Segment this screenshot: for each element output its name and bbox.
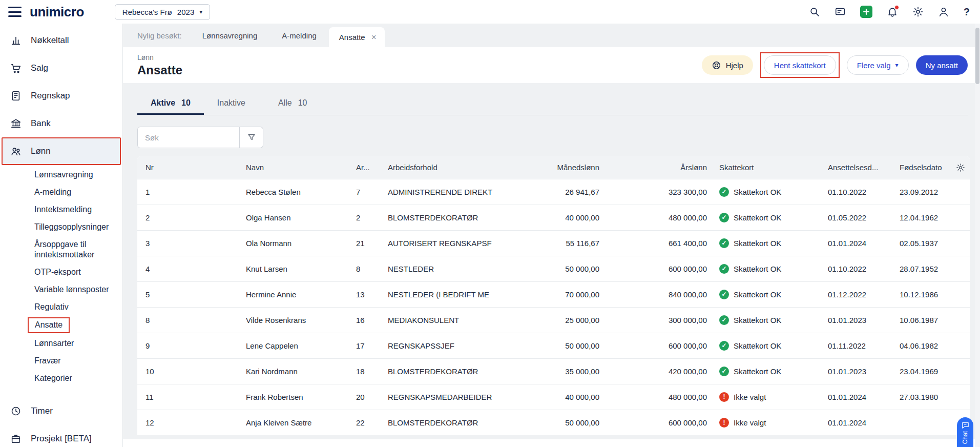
col-arslonn[interactable]: Årslønn xyxy=(606,156,713,179)
cell-arslonn: 323 300,00 xyxy=(606,179,713,205)
sidebar-item-label: Salg xyxy=(31,63,48,73)
clock-icon xyxy=(10,405,22,417)
tab-inaktive[interactable]: Inaktive xyxy=(204,93,265,115)
horizontal-scrollbar-area[interactable] xyxy=(123,439,975,447)
scrollbar-thumb[interactable] xyxy=(975,28,979,84)
sidebar-subitem-variable-lonnsposter[interactable]: Variable lønnsposter xyxy=(0,281,122,298)
table-row[interactable]: 8 Vilde Rosenkrans 16 MEDIAKONSULENT 25 … xyxy=(137,307,970,333)
sidebar-item-timer[interactable]: Timer xyxy=(0,397,122,425)
table-row[interactable]: 10 Kari Nordmann 18 BLOMSTERDEKORATØR 35… xyxy=(137,358,970,384)
sidebar-item-prosjekt[interactable]: Prosjekt [BETA] xyxy=(0,425,122,447)
table-settings-gear-icon[interactable] xyxy=(950,156,970,179)
sidebar-subitem-fravaer[interactable]: Fravær xyxy=(0,352,122,370)
col-ansettelsesdato[interactable]: Ansettelsesd... xyxy=(822,156,893,179)
close-icon[interactable]: × xyxy=(371,32,377,43)
search-icon[interactable] xyxy=(809,6,820,17)
cell-arslonn: 600 000,00 xyxy=(606,410,713,435)
table-row[interactable]: 4 Knut Larsen 8 NESTLEDER 50 000,00 600 … xyxy=(137,256,970,281)
chat-widget[interactable]: Chat xyxy=(957,417,973,447)
display-icon[interactable] xyxy=(835,6,846,17)
cell-ar: 8 xyxy=(350,256,382,281)
recent-tabs-strip: Nylig besøkt: Lønnsavregning A-melding A… xyxy=(123,24,980,47)
recent-tab-lonnsavregning[interactable]: Lønnsavregning xyxy=(190,24,270,47)
search-row xyxy=(137,127,968,148)
cell-skattekort: Ikke valgt xyxy=(713,410,822,435)
cell-ar: 2 xyxy=(350,205,382,230)
tab-alle[interactable]: Alle 10 xyxy=(265,93,320,115)
people-icon xyxy=(10,146,22,157)
cell-manedslonn: 70 000,00 xyxy=(511,281,606,307)
user-icon[interactable] xyxy=(938,6,949,17)
table-row[interactable]: 9 Lene Cappelen 17 REGNSKAPSSJEF 50 000,… xyxy=(137,333,970,358)
help-question-icon[interactable]: ? xyxy=(964,6,970,18)
menu-icon[interactable] xyxy=(8,7,22,17)
recent-tab-a-melding[interactable]: A-melding xyxy=(269,24,329,47)
col-skattekort[interactable]: Skattekort xyxy=(713,156,822,179)
chat-icon xyxy=(961,421,970,430)
cell-ansettelsesdato: 01.01.2024 xyxy=(822,410,893,435)
ledger-icon xyxy=(10,90,22,101)
cell-ar: 13 xyxy=(350,281,382,307)
cell-arbeidsforhold: REGNSKAPSSJEF xyxy=(382,333,511,358)
flere-valg-button[interactable]: Flere valg ▾ xyxy=(847,55,909,75)
status-label: Skattekort OK xyxy=(734,213,781,222)
cell-arbeidsforhold: BLOMSTERDEKORATØR xyxy=(382,358,511,384)
cell-nr: 11 xyxy=(137,384,240,410)
add-icon[interactable] xyxy=(860,6,872,18)
hent-skattekort-button[interactable]: Hent skattekort xyxy=(764,55,836,75)
col-nr[interactable]: Nr xyxy=(137,156,240,179)
cell-actions xyxy=(950,384,970,410)
cell-skattekort: Skattekort OK xyxy=(713,205,822,230)
table-row[interactable]: 12 Anja Kleiven Sætre 22 BLOMSTERDEKORAT… xyxy=(137,410,970,435)
sidebar-subitem-arsoppgave[interactable]: Årsoppgave til inntektsmottaker xyxy=(0,236,122,263)
sidebar-item-bank[interactable]: Bank xyxy=(0,110,122,137)
help-button[interactable]: Hjelp xyxy=(702,55,753,75)
col-ar[interactable]: Ar... xyxy=(350,156,382,179)
header-actions: Hjelp Hent skattekort Flere valg ▾ Ny an… xyxy=(702,52,968,78)
sidebar-item-regnskap[interactable]: Regnskap xyxy=(0,82,122,110)
sidebar-subitem-a-melding[interactable]: A-melding xyxy=(0,184,122,201)
sidebar-subitem-ansatte[interactable]: Ansatte xyxy=(0,316,122,335)
table-row[interactable]: 2 Olga Hansen 2 BLOMSTERDEKORATØR 40 000… xyxy=(137,205,970,230)
sidebar-subitem-otp-eksport[interactable]: OTP-eksport xyxy=(0,263,122,281)
cell-ar: 22 xyxy=(350,410,382,435)
status-icon xyxy=(719,341,729,351)
subitem-label: A-melding xyxy=(34,188,71,196)
table-row[interactable]: 3 Ola Normann 21 AUTORISERT REGNSKAPSF 5… xyxy=(137,230,970,256)
sidebar-item-salg[interactable]: Salg xyxy=(0,54,122,82)
cell-ar: 18 xyxy=(350,358,382,384)
sidebar-subitem-tilleggsopplysninger[interactable]: Tilleggsopplysninger xyxy=(0,218,122,236)
scrollbar-track[interactable] xyxy=(975,24,980,447)
table-row[interactable]: 11 Frank Robertsen 20 REGNSKAPSMEDARBEID… xyxy=(137,384,970,410)
sidebar-subitem-inntektsmelding[interactable]: Inntektsmelding xyxy=(0,201,122,218)
col-navn[interactable]: Navn xyxy=(240,156,350,179)
sidebar-item-label: Lønn xyxy=(31,146,51,156)
settings-gear-icon[interactable] xyxy=(912,6,924,17)
sidebar-subitem-regulativ[interactable]: Regulativ xyxy=(0,298,122,316)
subitem-label: Kategorier xyxy=(34,374,72,382)
col-manedslonn[interactable]: Månedslønn xyxy=(511,156,606,179)
search-input[interactable] xyxy=(137,127,240,148)
col-fodselsdato[interactable]: Fødselsdato xyxy=(893,156,950,179)
cell-manedslonn: 26 941,67 xyxy=(511,179,606,205)
sidebar-item-lonn[interactable]: Lønn xyxy=(2,137,121,165)
sidebar-subitem-lonnsarter[interactable]: Lønnsarter xyxy=(0,335,122,352)
tab-aktive[interactable]: Aktive 10 xyxy=(137,93,204,115)
cell-manedslonn: 50 000,00 xyxy=(511,333,606,358)
table-row[interactable]: 1 Rebecca Stølen 7 ADMINISTRERENDE DIREK… xyxy=(137,179,970,205)
col-arbeidsforhold[interactable]: Arbeidsforhold xyxy=(382,156,511,179)
sidebar-subitem-lonnsavregning[interactable]: Lønnsavregning xyxy=(0,166,122,184)
ny-ansatt-button[interactable]: Ny ansatt xyxy=(916,55,968,75)
cell-actions xyxy=(950,230,970,256)
sidebar-item-nokkeltall[interactable]: Nøkkeltall xyxy=(0,27,122,54)
recent-tab-ansatte[interactable]: Ansatte × xyxy=(329,27,385,47)
filter-icon[interactable] xyxy=(240,127,263,148)
table-row[interactable]: 5 Hermine Annie 13 NESTLEDER (I BEDRIFT … xyxy=(137,281,970,307)
cell-navn: Rebecca Stølen xyxy=(240,179,350,205)
cell-arslonn: 420 000,00 xyxy=(606,358,713,384)
notifications-bell-icon[interactable] xyxy=(887,6,898,17)
sidebar-subitem-kategorier[interactable]: Kategorier xyxy=(0,370,122,387)
cell-skattekort: Skattekort OK xyxy=(713,333,822,358)
cell-arslonn: 661 400,00 xyxy=(606,230,713,256)
company-selector[interactable]: Rebecca's Frø 2023 ▾ xyxy=(115,4,210,20)
